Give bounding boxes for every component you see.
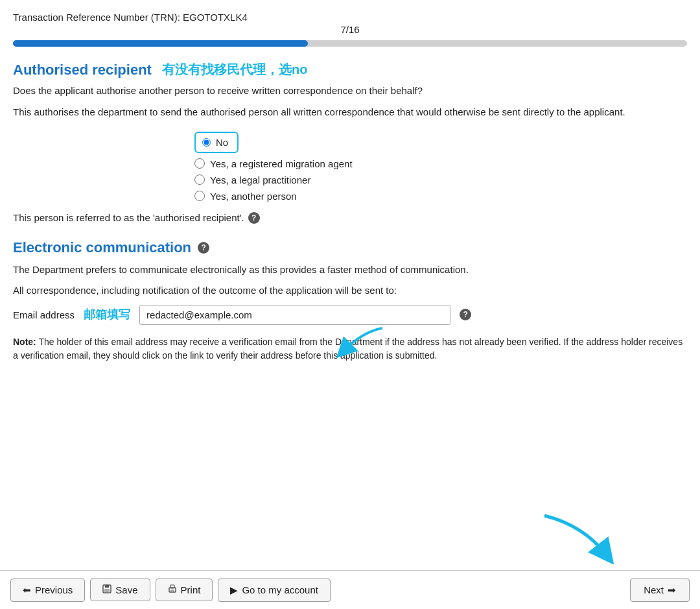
save-icon — [102, 584, 111, 595]
email-help-icon[interactable]: ? — [460, 309, 471, 320]
goto-account-button[interactable]: ▶ Go to my account — [218, 579, 331, 602]
page-counter: 7/16 — [13, 24, 687, 35]
svg-rect-7 — [170, 590, 174, 591]
authorised-radio-group: No Yes, a registered migration agent Yes… — [194, 132, 687, 202]
svg-rect-4 — [104, 589, 110, 592]
radio-other: Yes, another person — [194, 191, 687, 202]
radio-legal: Yes, a legal practitioner — [194, 174, 687, 185]
authorised-recipient-annotation: 有没有找移民代理，选no — [162, 61, 307, 78]
arrow-to-no — [331, 325, 389, 364]
progress-bar-background — [13, 40, 687, 47]
radio-legal-input[interactable] — [194, 174, 205, 185]
goto-icon: ▶ — [230, 584, 238, 596]
email-label: Email address — [13, 309, 75, 320]
previous-button[interactable]: ⬅ Previous — [10, 579, 85, 602]
svg-rect-3 — [105, 585, 109, 588]
print-icon — [168, 584, 177, 595]
note-bold: Note: — [13, 337, 36, 347]
authorised-recipient-title: Authorised recipient 有没有找移民代理，选no — [13, 61, 687, 78]
electronic-comm-info2: All correspondence, including notificati… — [13, 283, 687, 298]
goto-label: Go to my account — [242, 584, 318, 595]
radio-other-label[interactable]: Yes, another person — [210, 191, 297, 202]
authorised-question: Does the applicant authorise another per… — [13, 85, 687, 96]
radio-no[interactable] — [202, 138, 211, 147]
trn-label: Transaction Reference Number (TRN): EGOT… — [13, 12, 687, 23]
radio-agent: Yes, a registered migration agent — [194, 158, 687, 169]
next-icon: ➡ — [668, 584, 676, 596]
next-button[interactable]: Next ➡ — [630, 579, 690, 602]
progress-bar-fill — [13, 40, 308, 47]
authorised-help-icon[interactable]: ? — [248, 212, 260, 224]
authorised-note: This person is referred to as the 'autho… — [13, 212, 687, 224]
authorised-info: This authorises the department to send t… — [13, 105, 687, 120]
previous-icon: ⬅ — [23, 584, 31, 596]
electronic-comm-title: Electronic communication — [13, 239, 191, 256]
radio-agent-input[interactable] — [194, 158, 205, 169]
save-label: Save — [115, 584, 137, 595]
arrow-to-next — [531, 512, 616, 564]
email-input[interactable] — [139, 305, 450, 325]
email-row: Email address 邮箱填写 ? — [13, 305, 687, 325]
electronic-comm-help-icon[interactable]: ? — [198, 242, 209, 254]
radio-no-label[interactable]: No — [216, 137, 228, 148]
electronic-comm-title-row: Electronic communication ? — [13, 239, 687, 256]
previous-label: Previous — [35, 584, 73, 595]
email-annotation: 邮箱填写 — [84, 307, 130, 322]
print-label: Print — [181, 584, 201, 595]
bottom-bar: ⬅ Previous Save Print ▶ Go to my account… — [0, 570, 700, 609]
radio-no-highlighted: No — [194, 132, 239, 153]
radio-other-input[interactable] — [194, 191, 205, 201]
radio-legal-label[interactable]: Yes, a legal practitioner — [210, 174, 310, 185]
next-label: Next — [644, 584, 664, 595]
electronic-comm-info1: The Department prefers to communicate el… — [13, 263, 687, 278]
print-button[interactable]: Print — [156, 579, 213, 601]
radio-agent-label[interactable]: Yes, a registered migration agent — [210, 158, 353, 169]
save-button[interactable]: Save — [90, 579, 150, 601]
